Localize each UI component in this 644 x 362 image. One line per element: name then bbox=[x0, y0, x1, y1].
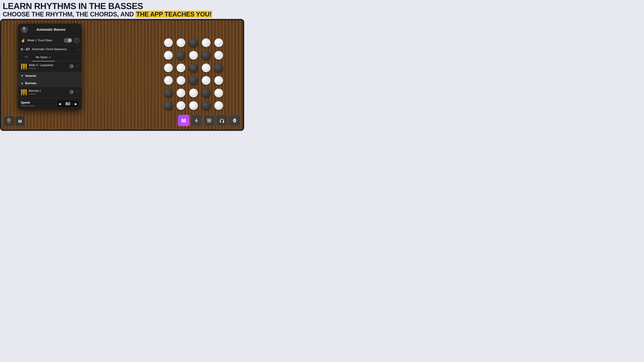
bachata1-favorite-button[interactable]: ♡ bbox=[76, 90, 79, 94]
mixer-button[interactable] bbox=[204, 115, 215, 126]
bachata-key-stripe-4 bbox=[25, 89, 26, 94]
acc-btn-29 bbox=[202, 101, 210, 110]
rocket-icon bbox=[194, 118, 199, 123]
bachata1-icon bbox=[21, 89, 27, 96]
speed-sublabel: Tempo in bpm bbox=[21, 104, 54, 107]
headphones-button[interactable] bbox=[216, 115, 228, 126]
bpm-increase-button[interactable]: ▶ bbox=[73, 100, 79, 108]
tab-my-styles[interactable]: My Styles ♥ bbox=[32, 54, 55, 61]
waltz-favorite-button[interactable]: ♡ bbox=[76, 64, 79, 69]
modal-panel: Cm Automatic Basses ☝️ Mode 1 Touch Bass… bbox=[18, 24, 82, 110]
back-button[interactable]: Cm bbox=[21, 26, 28, 33]
tab-heart-container: My Styles ♥ bbox=[36, 55, 51, 59]
svg-point-1 bbox=[8, 120, 9, 121]
acc-btn-2 bbox=[176, 38, 185, 47]
waltz-item[interactable]: Waltz 4 - Langsamer 3 beats ♡ bbox=[18, 61, 82, 72]
bachata1-preview-button[interactable] bbox=[69, 90, 74, 95]
acc-btn-28 bbox=[189, 101, 198, 110]
header-line1: LEARN RHYTHMS IN THE BASSES bbox=[3, 1, 242, 11]
bachata1-title: Bachata 1 bbox=[29, 89, 67, 92]
bachata-section[interactable]: ▲ Bachata bbox=[18, 80, 82, 87]
bachata-key-stripe-2 bbox=[22, 89, 23, 94]
acc-btn-4 bbox=[202, 38, 210, 47]
acc-btn-9 bbox=[202, 51, 210, 60]
header-highlight: THE APP TEACHES YOU! bbox=[136, 11, 212, 18]
bachata1-actions: ♡ bbox=[69, 90, 79, 95]
key-stripe-5 bbox=[26, 64, 27, 70]
acc-btn-27 bbox=[176, 101, 185, 110]
metronome-button[interactable]: AUTO bbox=[4, 116, 14, 126]
acc-btn-21 bbox=[164, 89, 173, 97]
key-stripe-1 bbox=[21, 64, 22, 70]
mode1-toggle[interactable] bbox=[64, 38, 72, 43]
bachata1-item[interactable]: Bachata 1 4 beats ♡ bbox=[18, 87, 82, 98]
bachata1-text: Bachata 1 4 beats bbox=[29, 89, 67, 95]
svg-rect-4 bbox=[21, 120, 22, 123]
toggle-knob bbox=[68, 38, 72, 42]
acc-btn-24 bbox=[202, 89, 210, 97]
waltz-text: Waltz 4 - Langsamer 3 beats bbox=[29, 64, 67, 69]
app-area: AUTO bbox=[0, 19, 244, 131]
bpm-control: ◀ 80 ▶ bbox=[56, 100, 79, 108]
speed-row: Speed Tempo in bpm ◀ 80 ▶ bbox=[18, 98, 82, 110]
key-stripe-2 bbox=[22, 64, 23, 68]
chord-seq-icon: G→E7 bbox=[21, 48, 30, 51]
waltz-preview-button[interactable] bbox=[69, 64, 74, 69]
acc-btn-23 bbox=[189, 89, 198, 97]
bachata-label: Bachata bbox=[25, 82, 36, 85]
tab-my-styles-label: My Styles bbox=[36, 56, 48, 59]
acc-btn-15 bbox=[214, 63, 223, 72]
rocket-button[interactable] bbox=[191, 115, 202, 126]
acc-btn-13 bbox=[189, 63, 198, 72]
left-toolbar: AUTO bbox=[4, 116, 25, 126]
tab-all[interactable]: All bbox=[21, 54, 32, 61]
header-line2: CHOOSE THE RHYTHM, THE CHORDS, AND THE A… bbox=[3, 11, 242, 18]
svg-rect-5 bbox=[182, 118, 183, 122]
metronome-icon bbox=[7, 118, 11, 122]
chord-icon bbox=[18, 119, 22, 123]
chord-sequence-label: Automatic Chord Sequence bbox=[32, 48, 76, 51]
bachata-chevron-icon: ▲ bbox=[21, 82, 24, 85]
mode1-label: Mode 1 Touch Bass bbox=[27, 39, 62, 42]
headphones-icon bbox=[219, 118, 224, 123]
key-stripe-4 bbox=[25, 64, 26, 68]
acc-btn-1 bbox=[164, 38, 173, 47]
vanerão-section[interactable]: ▼ Vanerão bbox=[18, 72, 82, 80]
touch-bass-icon: ☝️ bbox=[21, 38, 25, 42]
acc-btn-26 bbox=[164, 101, 173, 110]
svg-point-14 bbox=[210, 119, 211, 121]
acc-btn-11 bbox=[164, 63, 173, 72]
svg-marker-20 bbox=[71, 65, 72, 67]
back-button-inner: Cm bbox=[23, 27, 26, 32]
svg-rect-2 bbox=[18, 120, 19, 123]
waltz-actions: ♡ bbox=[69, 64, 79, 69]
svg-marker-22 bbox=[71, 91, 72, 92]
settings-button[interactable] bbox=[229, 115, 240, 126]
right-toolbar bbox=[178, 115, 240, 126]
tabs-row: All My Styles ♥ bbox=[18, 54, 82, 61]
modal-title: Automatic Basses bbox=[30, 28, 79, 31]
acc-btn-22 bbox=[176, 89, 185, 97]
acc-btn-3 bbox=[189, 38, 198, 47]
svg-rect-3 bbox=[20, 120, 20, 123]
acc-btn-25 bbox=[214, 89, 223, 97]
modal-header: Cm Automatic Basses bbox=[18, 24, 82, 36]
vanerão-chevron-icon: ▼ bbox=[21, 74, 24, 77]
chord-sequence-row[interactable]: G→E7 Automatic Chord Sequence › bbox=[18, 45, 82, 54]
styles-button[interactable] bbox=[178, 115, 189, 126]
heart-icon: ♥ bbox=[49, 55, 51, 59]
help-button[interactable]: ? bbox=[74, 38, 79, 43]
chord-button[interactable] bbox=[15, 116, 25, 126]
bachata1-subtitle: 4 beats bbox=[29, 93, 67, 95]
svg-point-13 bbox=[208, 120, 210, 122]
back-arrow-icon bbox=[23, 27, 26, 30]
acc-btn-19 bbox=[202, 76, 210, 85]
mixer-icon bbox=[206, 118, 212, 123]
acc-btn-8 bbox=[189, 51, 198, 60]
bpm-decrease-button[interactable]: ◀ bbox=[57, 100, 63, 108]
metronome-label: AUTO bbox=[7, 122, 11, 124]
speed-label: Speed bbox=[21, 101, 54, 104]
bachata-key-stripe-5 bbox=[26, 89, 27, 95]
svg-point-17 bbox=[234, 120, 235, 121]
waltz-title: Waltz 4 - Langsamer bbox=[29, 64, 67, 67]
